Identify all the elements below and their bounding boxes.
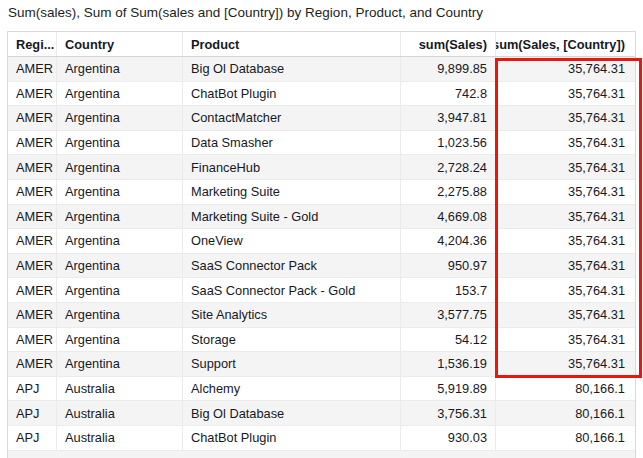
cell-sales-country[interactable]: 35,764.31 — [496, 254, 633, 278]
cell-region[interactable]: APJ — [8, 426, 57, 450]
table-row: AMERArgentinaMarketing Suite2,275.8835,7… — [8, 180, 635, 205]
cell-country[interactable]: Argentina — [57, 278, 183, 302]
cell-sales[interactable]: 950.97 — [401, 254, 496, 278]
cell-product[interactable]: Data Smasher — [183, 131, 401, 155]
column-header-sales-country[interactable]: sum(Sales, [Country]) — [496, 32, 633, 56]
cell-sales[interactable]: 9,899.85 — [401, 57, 496, 81]
cell-product[interactable]: SaaS Connector Pack - Gold — [183, 278, 401, 302]
cell-sales-country[interactable]: 35,764.31 — [496, 131, 633, 155]
cell-sales[interactable]: 1,536.19 — [401, 352, 496, 376]
cell-product[interactable]: ContactMatcher — [183, 106, 401, 130]
cell-country[interactable]: Argentina — [57, 57, 183, 81]
cell-sales-country[interactable]: 35,764.31 — [496, 82, 633, 106]
table-row: AMERArgentinaSupport1,536.1935,764.31 — [8, 352, 635, 377]
table-row: AMERArgentinaSaaS Connector Pack950.9735… — [8, 254, 635, 279]
cell-product[interactable]: FinanceHub — [183, 155, 401, 179]
table-row: AMERArgentinaSaaS Connector Pack - Gold1… — [8, 278, 635, 303]
cell-region[interactable]: APJ — [8, 401, 57, 425]
cell-region[interactable]: AMER — [8, 352, 57, 376]
table-row: APJAustraliaAlchemy5,919.8980,166.1 — [8, 377, 635, 402]
cell-product[interactable]: SaaS Connector Pack — [183, 254, 401, 278]
cell-region[interactable]: AMER — [8, 254, 57, 278]
cell-product[interactable]: ChatBot Plugin — [183, 426, 401, 450]
cell-sales[interactable]: 930.03 — [401, 426, 496, 450]
cell-sales-country[interactable]: 80,166.1 — [496, 377, 633, 401]
cell-sales[interactable]: 742.8 — [401, 82, 496, 106]
cell-product[interactable]: OneView — [183, 229, 401, 253]
table-row: AMERArgentinaSite Analytics3,577.7535,76… — [8, 303, 635, 328]
pivot-table: Regi...CountryProductsum(Sales)sum(Sales… — [7, 31, 636, 458]
cell-product[interactable]: ChatBot Plugin — [183, 82, 401, 106]
table-row: AMERArgentinaBig Ol Database9,899.8535,7… — [8, 57, 635, 82]
cell-sales-country[interactable]: 80,166.1 — [496, 401, 633, 425]
column-header-country[interactable]: Country — [57, 32, 183, 56]
cell-sales-country[interactable]: 80,166.1 — [496, 426, 633, 450]
cell-region[interactable]: AMER — [8, 155, 57, 179]
cell-product[interactable]: Big Ol Database — [183, 401, 401, 425]
cell-sales-country[interactable]: 35,764.31 — [496, 328, 633, 352]
table-row: AMERArgentinaMarketing Suite - Gold4,669… — [8, 205, 635, 230]
column-header-product[interactable]: Product — [183, 32, 401, 56]
table-row: AMERArgentinaFinanceHub2,728.2435,764.31 — [8, 155, 635, 180]
cell-sales[interactable]: 4,204.36 — [401, 229, 496, 253]
cell-country[interactable]: Argentina — [57, 254, 183, 278]
cell-product[interactable]: Alchemy — [183, 377, 401, 401]
cell-region[interactable]: AMER — [8, 278, 57, 302]
cell-region[interactable]: AMER — [8, 131, 57, 155]
cell-sales-country[interactable]: 35,764.31 — [496, 106, 633, 130]
table-row: AMERArgentinaContactMatcher3,947.8135,76… — [8, 106, 635, 131]
cell-region[interactable]: AMER — [8, 180, 57, 204]
cell-region[interactable]: AMER — [8, 205, 57, 229]
cell-country[interactable]: Argentina — [57, 328, 183, 352]
cell-sales-country[interactable]: 35,764.31 — [496, 180, 633, 204]
cell-region[interactable]: AMER — [8, 106, 57, 130]
cell-sales[interactable]: 5,919.89 — [401, 377, 496, 401]
cell-sales-country[interactable]: 35,764.31 — [496, 278, 633, 302]
cell-product[interactable]: Site Analytics — [183, 303, 401, 327]
cell-sales-country[interactable]: 35,764.31 — [496, 303, 633, 327]
table-row: AMERArgentinaOneView4,204.3635,764.31 — [8, 229, 635, 254]
cell-region[interactable]: AMER — [8, 82, 57, 106]
column-header-region[interactable]: Regi... — [8, 32, 57, 56]
cell-sales-country[interactable]: 35,764.31 — [496, 229, 633, 253]
cell-sales[interactable]: 3,947.81 — [401, 106, 496, 130]
cell-sales[interactable]: 1,023.56 — [401, 131, 496, 155]
cell-sales[interactable]: 3,577.75 — [401, 303, 496, 327]
cell-sales-country[interactable]: 35,764.31 — [496, 155, 633, 179]
cell-country[interactable]: Argentina — [57, 205, 183, 229]
cell-country[interactable]: Argentina — [57, 303, 183, 327]
cell-region[interactable]: AMER — [8, 57, 57, 81]
cell-country[interactable]: Argentina — [57, 155, 183, 179]
cell-region[interactable]: APJ — [8, 377, 57, 401]
cell-country[interactable]: Argentina — [57, 82, 183, 106]
cell-sales-country[interactable]: 35,764.31 — [496, 352, 633, 376]
cell-country[interactable]: Argentina — [57, 106, 183, 130]
cell-sales[interactable]: 4,669.08 — [401, 205, 496, 229]
cell-sales-country[interactable]: 35,764.31 — [496, 205, 633, 229]
cell-product[interactable]: Big Ol Database — [183, 57, 401, 81]
table-row-partial — [8, 451, 635, 458]
cell-product[interactable]: Storage — [183, 328, 401, 352]
cell-sales-country[interactable]: 35,764.31 — [496, 57, 633, 81]
cell-country[interactable]: Australia — [57, 426, 183, 450]
cell-country[interactable]: Argentina — [57, 180, 183, 204]
cell-sales[interactable]: 54.12 — [401, 328, 496, 352]
cell-country[interactable]: Argentina — [57, 131, 183, 155]
column-header-sales[interactable]: sum(Sales) — [401, 32, 496, 56]
cell-sales[interactable]: 2,728.24 — [401, 155, 496, 179]
table-row: APJAustraliaChatBot Plugin930.0380,166.1 — [8, 426, 635, 451]
cell-sales[interactable]: 153.7 — [401, 278, 496, 302]
cell-region[interactable]: AMER — [8, 328, 57, 352]
cell-product[interactable]: Marketing Suite — [183, 180, 401, 204]
table-row: AMERArgentinaChatBot Plugin742.835,764.3… — [8, 82, 635, 107]
cell-region[interactable]: AMER — [8, 303, 57, 327]
cell-country[interactable]: Australia — [57, 377, 183, 401]
cell-country[interactable]: Argentina — [57, 229, 183, 253]
cell-country[interactable]: Argentina — [57, 352, 183, 376]
cell-region[interactable]: AMER — [8, 229, 57, 253]
cell-product[interactable]: Support — [183, 352, 401, 376]
cell-sales[interactable]: 3,756.31 — [401, 401, 496, 425]
cell-sales[interactable]: 2,275.88 — [401, 180, 496, 204]
cell-country[interactable]: Australia — [57, 401, 183, 425]
cell-product[interactable]: Marketing Suite - Gold — [183, 205, 401, 229]
